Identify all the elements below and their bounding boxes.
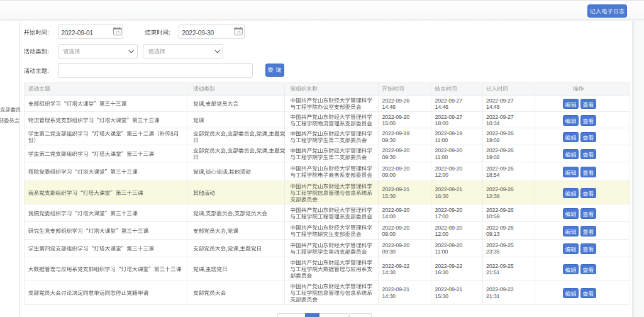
svg-text:10:59: 10:59 [486,213,500,220]
svg-text:2022-09-01: 2022-09-01 [61,30,93,36]
svg-text:10:34: 10:34 [486,120,500,126]
svg-text:15: 15 [237,30,241,34]
svg-text:2022-09-20: 2022-09-20 [435,242,463,248]
svg-text:09:30: 09:30 [382,137,396,143]
svg-text:2022-09-27: 2022-09-27 [486,97,514,104]
svg-text:14:30: 14:30 [382,269,396,275]
svg-text:2022-09-19: 2022-09-19 [382,130,410,136]
svg-text:14:48: 14:48 [486,104,500,110]
svg-text:2022-09-25: 2022-09-25 [486,242,514,248]
svg-text:2022-09-21: 2022-09-21 [382,286,410,292]
svg-text:11:00: 11:00 [435,248,448,255]
svg-text:2022-09-26: 2022-09-26 [486,165,514,172]
svg-text:2022-09-22: 2022-09-22 [382,263,410,269]
svg-text:2022-09-21: 2022-09-21 [382,186,410,192]
svg-text:2022-09-27: 2022-09-27 [486,114,514,120]
svg-text:2022-09-20: 2022-09-20 [382,207,410,213]
svg-text:2022-09-26: 2022-09-26 [486,147,514,153]
svg-text:12:00: 12:00 [435,172,449,178]
svg-text:2022-09-26: 2022-09-26 [486,225,514,231]
svg-text:2022-09-21: 2022-09-21 [435,186,463,192]
svg-text:2022-09-26: 2022-09-26 [486,186,514,192]
svg-text:18:54: 18:54 [486,172,500,178]
svg-text:2022-09-20: 2022-09-20 [435,147,463,153]
svg-text:2022-09-22: 2022-09-22 [435,263,463,269]
svg-text:21:31: 21:31 [486,293,500,299]
svg-text:23:35: 23:35 [486,248,500,255]
svg-text:11:00: 11:00 [435,154,448,160]
svg-text:2022-09-27: 2022-09-27 [435,114,463,120]
svg-text:2022-09-19: 2022-09-19 [435,130,463,136]
svg-text:12:38: 12:38 [486,193,500,199]
svg-text:21:51: 21:51 [486,269,500,275]
svg-text:2022-09-30: 2022-09-30 [182,30,214,36]
svg-text:2022-09-20: 2022-09-20 [382,114,410,120]
svg-text:15:00: 15:00 [382,120,396,126]
svg-text:14:30: 14:30 [382,293,396,299]
svg-text:15: 15 [116,30,119,34]
svg-text:2022-09-27: 2022-09-27 [435,97,463,104]
svg-text:2022-09-20: 2022-09-20 [382,242,410,248]
svg-text:18:00: 18:00 [435,120,449,126]
svg-text:19:02: 19:02 [486,154,500,160]
svg-text:14:00: 14:00 [382,213,396,220]
svg-text:2022-09-20: 2022-09-20 [435,165,463,172]
svg-text:2022-09-20: 2022-09-20 [382,225,410,231]
svg-text:2022-09-20: 2022-09-20 [382,147,410,153]
svg-text:2022-09-22: 2022-09-22 [486,286,514,292]
svg-text:14:46: 14:46 [382,104,396,110]
svg-text:12:00: 12:00 [435,231,449,237]
svg-text:09:00: 09:00 [382,231,396,237]
svg-text:2022-09-26: 2022-09-26 [382,97,410,104]
svg-text:09:00: 09:00 [382,172,396,178]
svg-text:15:30: 15:30 [435,293,449,299]
svg-text:09:30: 09:30 [382,154,396,160]
svg-text:2022-09-25: 2022-09-25 [486,263,514,269]
svg-text:2022-09-20: 2022-09-20 [382,165,410,172]
svg-text:09:13: 09:13 [486,231,500,237]
svg-text:15:30: 15:30 [382,193,396,199]
svg-text:19:02: 19:02 [486,137,500,143]
svg-text:2022-09-26: 2022-09-26 [486,207,514,213]
svg-text:09:30: 09:30 [382,248,396,255]
svg-text:16:30: 16:30 [435,193,449,199]
svg-text:17:00: 17:00 [435,213,449,220]
svg-text:2022-09-21: 2022-09-21 [435,286,463,292]
svg-text:11:00: 11:00 [435,137,448,143]
svg-text:2022-09-20: 2022-09-20 [435,207,463,213]
svg-text:16:30: 16:30 [435,269,449,275]
svg-text:2022-09-20: 2022-09-20 [435,225,463,231]
svg-text:14:46: 14:46 [435,104,449,110]
svg-text:2022-09-26: 2022-09-26 [486,130,514,136]
